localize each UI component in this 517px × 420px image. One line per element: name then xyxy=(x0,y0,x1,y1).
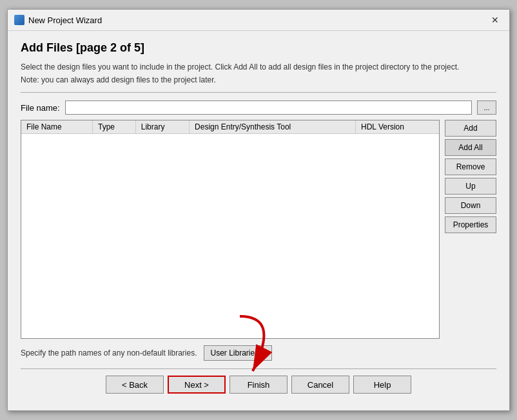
user-libraries-row: Specify the path names of any non-defaul… xyxy=(21,345,496,361)
col-design-entry: Design Entry/Synthesis Tool xyxy=(190,120,356,134)
cancel-button[interactable]: Cancel xyxy=(291,376,349,394)
col-filename: File Name xyxy=(21,120,92,134)
finish-button[interactable]: Finish xyxy=(229,376,288,394)
next-button[interactable]: Next > xyxy=(168,376,226,394)
help-button[interactable]: Help xyxy=(353,376,411,394)
col-type: Type xyxy=(92,120,135,134)
app-icon xyxy=(14,15,24,25)
file-name-input[interactable] xyxy=(65,100,472,115)
page-title: Add Files [page 2 of 5] xyxy=(21,41,496,55)
add-button[interactable]: Add xyxy=(445,120,496,137)
file-name-row: File name: ... xyxy=(21,100,496,115)
back-button[interactable]: < Back xyxy=(106,376,164,394)
file-table: File Name Type Library Design Entry/Synt… xyxy=(21,120,439,134)
add-all-button[interactable]: Add All xyxy=(445,139,496,156)
table-header-row: File Name Type Library Design Entry/Synt… xyxy=(21,120,439,134)
page-description: Select the design files you want to incl… xyxy=(21,61,496,73)
col-hdl-version: HDL Version xyxy=(356,120,440,134)
main-area: File Name Type Library Design Entry/Synt… xyxy=(21,120,496,339)
file-name-label: File name: xyxy=(21,103,60,113)
content-area: Add Files [page 2 of 5] Select the desig… xyxy=(8,31,509,410)
footer-buttons: < Back Next > Finish Cancel Help xyxy=(21,376,496,400)
wizard-window: New Project Wizard ✕ Add Files [page 2 o… xyxy=(7,9,510,411)
user-libraries-label: Specify the path names of any non-defaul… xyxy=(21,348,197,358)
col-library: Library xyxy=(135,120,189,134)
title-bar: New Project Wizard ✕ xyxy=(8,10,509,31)
window-title: New Project Wizard xyxy=(28,15,483,25)
browse-button[interactable]: ... xyxy=(477,100,496,115)
down-button[interactable]: Down xyxy=(445,197,496,214)
footer-separator xyxy=(21,368,496,369)
file-table-container: File Name Type Library Design Entry/Synt… xyxy=(21,120,440,339)
remove-button[interactable]: Remove xyxy=(445,158,496,175)
user-libraries-button[interactable]: User Libraries... xyxy=(204,345,273,361)
page-note: Note: you can always add design files to… xyxy=(21,75,496,84)
up-button[interactable]: Up xyxy=(445,178,496,195)
close-button[interactable]: ✕ xyxy=(487,14,503,26)
properties-button[interactable]: Properties xyxy=(445,216,496,233)
side-buttons: Add Add All Remove Up Down Properties xyxy=(445,120,496,339)
separator-top xyxy=(21,92,496,93)
